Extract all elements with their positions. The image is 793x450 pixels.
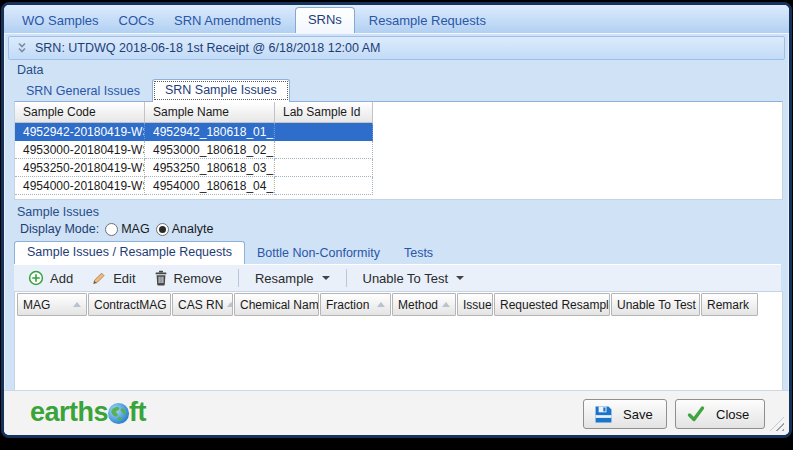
radio-checked-icon[interactable] (156, 223, 169, 236)
close-button-label: Close (716, 407, 749, 422)
column-header-contractmag[interactable]: ContractMAG (88, 293, 171, 316)
srn-header-title: SRN: UTDWQ 2018-06-18 1st Receipt @ 6/18… (35, 41, 381, 55)
column-header-mag[interactable]: MAG (17, 293, 87, 316)
data-tab-bar: SRN General Issues SRN Sample Issues (14, 80, 290, 102)
column-header-lab-sample-id[interactable]: Lab Sample Id (275, 102, 373, 123)
tab-resample-requests[interactable]: Resample Requests (359, 8, 496, 33)
srn-collapsible-header[interactable]: SRN: UTDWQ 2018-06-18 1st Receipt @ 6/18… (8, 36, 785, 60)
column-label: Remark (707, 298, 749, 312)
sort-ascending-icon (442, 302, 450, 307)
table-row[interactable]: 4952942-20180419-WS 4952942_180618_01_N (15, 123, 782, 141)
column-label: Method (398, 298, 438, 312)
resize-grip[interactable] (770, 417, 784, 431)
column-label: Requested Resample (500, 298, 610, 312)
column-label: Issue (463, 298, 492, 312)
column-header-requested-resample[interactable]: Requested Resample (494, 293, 610, 316)
cell-sample-name: 4953250_180618_03_N (145, 159, 275, 177)
data-section-label: Data (17, 63, 43, 77)
remove-button[interactable]: Remove (148, 268, 228, 288)
tab-srn-general-issues[interactable]: SRN General Issues (14, 81, 152, 102)
cell-lab-sample-id (275, 141, 373, 159)
double-chevron-icon[interactable] (17, 42, 27, 54)
column-header-sample-code[interactable]: Sample Code (15, 102, 145, 123)
toolbar-separator (346, 269, 347, 287)
add-button-label: Add (50, 271, 73, 286)
sample-issues-section-label: Sample Issues (17, 205, 99, 219)
column-header-issue[interactable]: Issue (457, 293, 493, 316)
cell-sample-code: 4954000-20180419-WS (15, 177, 145, 195)
issues-tab-bar: Sample Issues / Resample Requests Bottle… (14, 242, 445, 264)
radio-analyte[interactable]: Analyte (156, 222, 214, 236)
table-row[interactable]: 4954000-20180419-WS 4954000_180618_04_N (15, 177, 782, 195)
cell-lab-sample-id (275, 177, 373, 195)
pencil-icon (91, 270, 107, 286)
column-label: Unable To Test (617, 298, 696, 312)
tab-tests[interactable]: Tests (392, 243, 445, 264)
column-header-chemical-name[interactable]: Chemical Name (234, 293, 319, 316)
radio-mag-label: MAG (121, 222, 149, 236)
edit-button-label: Edit (113, 271, 135, 286)
unable-to-test-dropdown-button[interactable]: Unable To Test (357, 269, 471, 288)
radio-analyte-label: Analyte (172, 222, 214, 236)
chevron-down-icon (322, 276, 330, 284)
trash-icon (154, 270, 168, 286)
toolbar-separator (238, 269, 239, 287)
cell-sample-code: 4953250-20180419-WS (15, 159, 145, 177)
radio-mag[interactable]: MAG (105, 222, 149, 236)
column-header-cas-rn[interactable]: CAS RN (172, 293, 233, 316)
table-row[interactable]: 4953000-20180419-WS 4953000_180618_02_N (15, 141, 782, 159)
logo-text-right: ft (129, 397, 146, 428)
close-button[interactable]: Close (675, 399, 765, 429)
cell-sample-name: 4952942_180618_01_N (145, 123, 275, 141)
tab-srn-sample-issues[interactable]: SRN Sample Issues (152, 79, 290, 102)
cell-sample-code: 4952942-20180419-WS (15, 123, 145, 141)
cell-sample-code: 4953000-20180419-WS (15, 141, 145, 159)
cell-lab-sample-id (275, 123, 373, 141)
issues-grid-header: MAG ContractMAG CAS RN Chemical Name Fra… (15, 292, 782, 316)
column-label: Fraction (326, 298, 369, 312)
tab-wo-samples[interactable]: WO Samples (12, 8, 109, 33)
tab-sample-issues-resample-requests[interactable]: Sample Issues / Resample Requests (14, 241, 245, 264)
resample-button-label: Resample (255, 271, 314, 286)
save-button[interactable]: Save (583, 399, 667, 429)
column-label: CAS RN (178, 298, 223, 312)
app-window: WO Samples COCs SRN Amendments SRNs Resa… (1, 2, 792, 438)
column-header-unable-to-test[interactable]: Unable To Test (611, 293, 700, 316)
edit-button[interactable]: Edit (85, 268, 141, 288)
column-header-remark[interactable]: Remark (701, 293, 758, 316)
remove-button-label: Remove (174, 271, 222, 286)
sort-ascending-icon (377, 302, 385, 307)
display-mode-row: Display Mode: MAG Analyte (20, 221, 213, 237)
column-header-method[interactable]: Method (392, 293, 456, 316)
resample-dropdown-button[interactable]: Resample (249, 269, 336, 288)
footer-bar: earths ft S (4, 390, 789, 435)
column-label: MAG (23, 298, 50, 312)
samples-grid: Sample Code Sample Name Lab Sample Id 49… (14, 101, 783, 200)
tab-cocs[interactable]: COCs (109, 8, 164, 33)
samples-grid-header: Sample Code Sample Name Lab Sample Id (15, 102, 782, 123)
table-row[interactable]: 4953250-20180419-WS 4953250_180618_03_N (15, 159, 782, 177)
radio-unchecked-icon[interactable] (105, 223, 118, 236)
column-header-fraction[interactable]: Fraction (320, 293, 391, 316)
logo-text-left: earths (30, 397, 108, 428)
chevron-down-icon (456, 276, 464, 284)
add-circle-icon (28, 270, 44, 286)
cell-sample-name: 4954000_180618_04_N (145, 177, 275, 195)
earthsoft-logo: earths ft (30, 397, 146, 428)
check-icon (686, 404, 706, 424)
issues-grid: MAG ContractMAG CAS RN Chemical Name Fra… (14, 291, 783, 393)
cell-sample-name: 4953000_180618_02_N (145, 141, 275, 159)
globe-icon (107, 402, 130, 425)
display-mode-label: Display Mode: (20, 222, 99, 236)
sort-ascending-icon (73, 302, 81, 307)
tab-bottle-non-conformity[interactable]: Bottle Non-Conformity (245, 243, 392, 264)
column-label: Chemical Name (240, 298, 319, 312)
sort-ascending-icon (227, 302, 233, 307)
add-button[interactable]: Add (22, 268, 79, 288)
unable-to-test-button-label: Unable To Test (363, 271, 449, 286)
save-button-label: Save (623, 407, 653, 422)
issues-toolbar: Add Edit Remove R (14, 264, 781, 291)
column-header-sample-name[interactable]: Sample Name (145, 102, 275, 123)
tab-srns[interactable]: SRNs (295, 7, 355, 33)
tab-srn-amendments[interactable]: SRN Amendments (164, 8, 291, 33)
